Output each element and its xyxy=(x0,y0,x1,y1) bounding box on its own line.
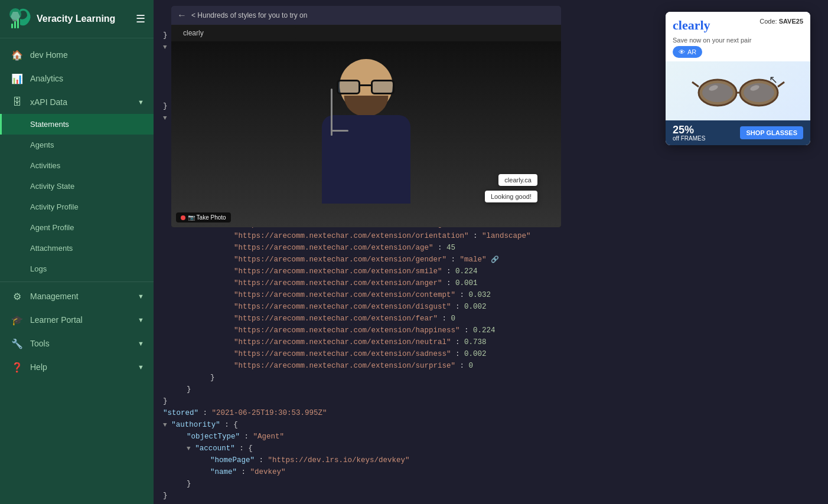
sidebar: Veracity Learning ☰ 🏠 dev Home 📊 Analyti… xyxy=(0,0,154,504)
json-line: "https://arecomm.nextechar.com/extension… xyxy=(163,325,819,336)
sidebar-label-learner-portal: Learner Portal xyxy=(30,315,83,325)
json-line: "https://arecomm.nextechar.com/extension… xyxy=(163,301,819,313)
ad-shop-button[interactable]: SHOP GLASSES xyxy=(740,126,803,139)
sidebar-item-activities[interactable]: Activities xyxy=(0,155,154,176)
video-search-input[interactable] xyxy=(178,27,296,39)
ad-discount: 25% xyxy=(673,124,705,136)
json-line: "stored" : "2021-06-25T19:30:53.995Z" xyxy=(163,407,819,419)
main-content: "objectType" : "Agent" "mbox" : "mailto:… xyxy=(154,0,828,504)
sidebar-label-agents: Agents xyxy=(30,140,54,149)
sidebar-item-activity-profile[interactable]: Activity Profile xyxy=(0,197,154,217)
json-line: "https://arecomm.nextechar.com/extension… xyxy=(163,313,819,325)
ad-panel: clearly Code: SAVE25 Save now on your ne… xyxy=(666,12,810,145)
sidebar-label-logs: Logs xyxy=(30,264,47,273)
sidebar-label-tools: Tools xyxy=(30,339,50,348)
video-topbar: ← < Hundreds of styles for you to try on xyxy=(171,6,561,25)
nav-divider-1 xyxy=(0,282,154,282)
learner-portal-expand-arrow: ▼ xyxy=(138,316,144,323)
sidebar-item-agent-profile[interactable]: Agent Profile xyxy=(0,217,154,238)
xapi-icon: 🗄 xyxy=(11,96,23,108)
json-line: "https://arecomm.nextechar.com/extension… xyxy=(163,230,819,242)
ad-ar-button[interactable]: 👁 AR xyxy=(673,46,702,58)
sidebar-item-tools[interactable]: 🔧 Tools ▼ xyxy=(0,332,154,355)
help-icon: ❓ xyxy=(11,361,23,373)
json-line: ▼ "meta" : { xyxy=(163,502,819,504)
json-line: "https://arecomm.nextechar.com/extension… xyxy=(163,348,819,360)
sidebar-item-analytics[interactable]: 📊 Analytics xyxy=(0,67,154,90)
ar-icon: 👁 xyxy=(679,48,685,55)
ad-header: clearly Code: SAVE25 xyxy=(666,12,810,37)
sidebar-label-management: Management xyxy=(30,292,79,301)
person-figure xyxy=(278,47,455,212)
analytics-icon: 📊 xyxy=(11,73,23,84)
json-line: "https://arecomm.nextechar.com/extension… xyxy=(163,242,819,254)
tools-expand-arrow: ▼ xyxy=(138,340,144,347)
video-search-bar xyxy=(171,25,561,41)
looking-good-tooltip: Looking good! xyxy=(485,191,537,202)
json-line: } xyxy=(163,490,819,502)
sidebar-item-management[interactable]: ⚙ Management ▼ xyxy=(0,284,154,308)
json-line: "https://arecomm.nextechar.com/extension… xyxy=(163,360,819,372)
svg-line-9 xyxy=(692,82,699,87)
json-line: "homePage" : "https://dev.lrs.io/keys/de… xyxy=(163,454,819,466)
sidebar-label-statements: Statements xyxy=(30,120,69,129)
sidebar-label-analytics: Analytics xyxy=(30,74,63,83)
sidebar-item-dev-home[interactable]: 🏠 dev Home xyxy=(0,43,154,67)
webcam-badge[interactable]: 📷 Take Photo xyxy=(176,212,231,222)
sidebar-item-learner-portal[interactable]: 🎓 Learner Portal ▼ xyxy=(0,308,154,332)
ad-code-area: Code: SAVE25 xyxy=(759,18,803,25)
tools-icon: 🔧 xyxy=(11,338,23,349)
svg-line-10 xyxy=(778,82,784,87)
learner-portal-icon: 🎓 xyxy=(11,314,23,326)
json-line: } xyxy=(163,384,819,395)
ad-footer: 25% off FRAMES SHOP GLASSES xyxy=(666,120,810,145)
video-panel[interactable]: ← < Hundreds of styles for you to try on xyxy=(171,6,561,227)
json-line: "https://arecomm.nextechar.com/extension… xyxy=(163,336,819,348)
management-expand-arrow: ▼ xyxy=(138,293,144,300)
ad-image-area: ↖ xyxy=(666,61,810,120)
webcam-dot xyxy=(181,215,185,220)
json-line: "https://arecomm.nextechar.com/extension… xyxy=(163,277,819,289)
sidebar-item-attachments[interactable]: Attachments xyxy=(0,238,154,258)
logo-area: Veracity Learning xyxy=(8,7,115,31)
video-topbar-text: < Hundreds of styles for you to try on xyxy=(191,11,307,19)
sidebar-item-xapi-data[interactable]: 🗄 xAPI Data ▼ xyxy=(0,90,154,114)
svg-rect-2 xyxy=(14,21,16,28)
sidebar-header: Veracity Learning ☰ xyxy=(0,0,154,38)
logo-icon xyxy=(8,7,32,31)
ad-discount-area: 25% off FRAMES xyxy=(673,124,705,142)
svg-rect-3 xyxy=(17,19,19,28)
webcam-label: 📷 Take Photo xyxy=(188,214,226,221)
json-line: "https://arecomm.nextechar.com/extension… xyxy=(163,266,819,277)
sidebar-label-activities: Activities xyxy=(30,161,60,170)
sidebar-label-attachments: Attachments xyxy=(30,244,73,253)
management-icon: ⚙ xyxy=(11,290,23,302)
json-line: ▼ "account" : { xyxy=(163,443,819,454)
json-line: ▼ "authority" : { xyxy=(163,419,819,431)
glasses-svg xyxy=(691,70,785,112)
json-line: "https://arecomm.nextechar.com/extension… xyxy=(163,289,819,301)
sidebar-item-logs[interactable]: Logs xyxy=(0,258,154,279)
sidebar-item-help[interactable]: ❓ Help ▼ xyxy=(0,355,154,379)
sidebar-item-agents[interactable]: Agents xyxy=(0,135,154,155)
ad-off-text: off FRAMES xyxy=(673,135,705,142)
json-line: } xyxy=(163,372,819,384)
sidebar-item-activity-state[interactable]: Activity State xyxy=(0,176,154,197)
video-back-button[interactable]: ← xyxy=(177,10,187,21)
json-line: } xyxy=(163,395,819,407)
video-body: clearly.ca Looking good! 📷 Take Photo xyxy=(171,41,561,227)
sidebar-label-agent-profile: Agent Profile xyxy=(30,223,74,232)
json-line: } xyxy=(163,478,819,490)
clearly-url-tooltip: clearly.ca xyxy=(498,174,537,186)
json-line: "https://arecomm.nextechar.com/extension… xyxy=(163,254,819,266)
help-expand-arrow: ▼ xyxy=(138,364,144,371)
ad-code: Code: SAVE25 xyxy=(759,18,803,25)
svg-rect-1 xyxy=(11,24,13,28)
sidebar-label-activity-profile: Activity Profile xyxy=(30,202,79,211)
sidebar-item-statements[interactable]: Statements xyxy=(0,114,154,135)
logo-text: Veracity Learning xyxy=(37,14,115,24)
ad-logo: clearly xyxy=(673,18,710,33)
ad-save-text: Save now on your next pair xyxy=(666,37,810,46)
home-icon: 🏠 xyxy=(11,49,23,61)
hamburger-menu[interactable]: ☰ xyxy=(136,12,145,25)
